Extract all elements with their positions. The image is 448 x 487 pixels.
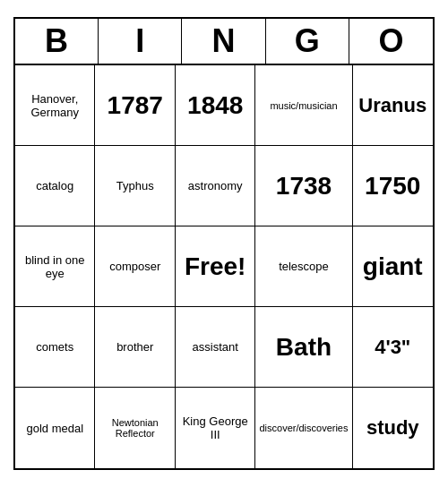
bingo-cell: blind in one eye [15,226,95,307]
bingo-header: BINGO [15,19,433,65]
bingo-cell: 1787 [95,65,175,146]
bingo-cell: 1738 [255,146,352,226]
bingo-cell: astronomy [176,146,255,226]
header-letter: I [99,19,182,64]
bingo-grid: Hanover, Germany17871848music/musicianUr… [15,65,433,468]
bingo-cell: 1848 [176,65,255,146]
bingo-cell: Uranus [353,65,434,146]
bingo-cell: telescope [255,226,352,307]
bingo-cell: Newtonian Reflector [95,388,175,468]
bingo-cell: 4'3" [353,307,434,388]
bingo-cell: composer [95,226,175,307]
bingo-cell: 1750 [353,146,434,226]
bingo-cell: Typhus [95,146,175,226]
bingo-cell: gold medal [15,388,95,468]
header-letter: O [349,19,433,64]
bingo-cell: Free! [176,226,255,307]
bingo-cell: comets [15,307,95,388]
bingo-cell: brother [95,307,175,388]
bingo-cell: catalog [15,146,95,226]
bingo-cell: study [353,388,434,468]
header-letter: G [266,19,349,64]
header-letter: N [182,19,265,64]
bingo-cell: Hanover, Germany [15,65,95,146]
bingo-cell: discover/discoveries [255,388,352,468]
bingo-cell: giant [353,226,434,307]
bingo-cell: Bath [255,307,352,388]
bingo-card: BINGO Hanover, Germany17871848music/musi… [13,17,435,470]
bingo-cell: assistant [176,307,255,388]
bingo-cell: King George III [176,388,255,468]
header-letter: B [15,19,99,64]
bingo-cell: music/musician [255,65,352,146]
